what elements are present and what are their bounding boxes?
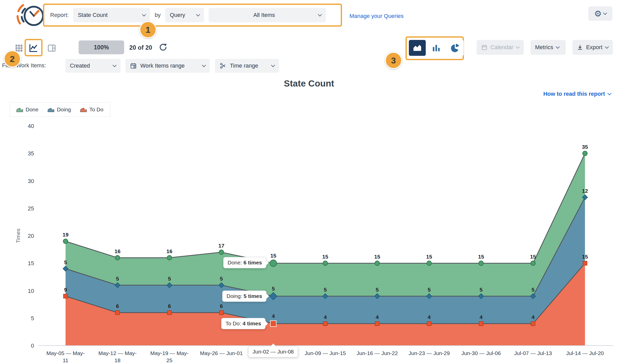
marker-to-do[interactable] [167, 311, 172, 315]
area-done [66, 153, 585, 296]
time-range-select[interactable]: Time range [215, 59, 279, 73]
report-label: Report: [50, 12, 69, 18]
legend-item-done[interactable]: Done [16, 106, 38, 113]
bar-chart-icon [431, 43, 441, 53]
chevron-down-icon [196, 13, 200, 17]
tooltip-doing: Doing: 5 times [222, 291, 267, 302]
pie-chart-toggle[interactable] [447, 40, 464, 56]
point-label-to-do: 4 [480, 314, 483, 320]
marker-done[interactable] [167, 255, 172, 260]
calendar-button[interactable]: Calendar [477, 40, 524, 55]
x-axis-label: Jun-16 — Jun-22 [353, 350, 401, 357]
manage-queries-link[interactable]: Manage your Queries [349, 13, 404, 19]
chevron-down-icon [113, 63, 117, 67]
marker-done[interactable] [375, 261, 379, 265]
app-root: Report: State Count by Query All Items 1… [0, 0, 618, 364]
metrics-button-label: Metrics [535, 44, 553, 51]
marker-done[interactable] [583, 151, 587, 156]
x-axis-label: May-26 — Jun-01 [197, 350, 246, 357]
marker-to-do[interactable] [115, 311, 120, 315]
scissors-icon [220, 62, 226, 69]
annotation-step-1-number: 1 [146, 25, 151, 35]
y-axis-title: Times [15, 229, 21, 243]
point-label-doing: 5 [272, 286, 275, 292]
export-button[interactable]: Export [572, 40, 613, 55]
legend-item-doing[interactable]: Doing [48, 106, 71, 113]
chart-legend: DoneDoingTo Do [9, 102, 110, 117]
download-icon [577, 44, 583, 50]
work-items-range-select[interactable]: Work Items range [125, 59, 210, 73]
chart-type-toggle [409, 40, 464, 56]
annotation-step-1: 1 [139, 21, 157, 38]
marker-to-do[interactable] [219, 311, 223, 315]
point-label-doing: 5 [220, 276, 223, 282]
legend-label: To Do [89, 106, 103, 113]
query-type-select[interactable]: Query [165, 8, 204, 22]
chevron-down-icon [142, 13, 146, 17]
how-to-read-label: How to read this report [543, 91, 605, 97]
area-chart-icon [412, 43, 422, 53]
marker-to-do[interactable] [323, 322, 327, 326]
annotation-step-2: 2 [4, 50, 21, 68]
items-scope-value: All Items [213, 12, 315, 18]
marker-to-do[interactable] [270, 321, 276, 327]
marker-to-do[interactable] [531, 322, 535, 326]
app-logo [13, 3, 47, 29]
export-button-label: Export [586, 44, 602, 51]
details-panel-icon [47, 44, 56, 53]
filter-created-value: Created [70, 62, 90, 69]
chevron-down-icon [202, 63, 206, 67]
marker-done[interactable] [479, 261, 483, 265]
marker-to-do[interactable] [479, 322, 483, 326]
chevron-down-icon [603, 11, 607, 15]
metrics-button[interactable]: Metrics [530, 40, 566, 55]
items-scope-select[interactable]: All Items [209, 8, 326, 22]
marker-done[interactable] [427, 261, 431, 265]
report-select[interactable]: State Count [73, 8, 150, 22]
chevron-down-icon [318, 13, 322, 17]
point-label-to-do: 9 [64, 287, 67, 293]
query-type-value: Query [170, 12, 185, 18]
x-axis-label: May-05 — May- 11 [41, 350, 90, 364]
legend-item-to-do[interactable]: To Do [80, 106, 103, 113]
marker-to-do[interactable] [375, 322, 379, 326]
marker-done[interactable] [531, 261, 535, 265]
y-tick-label: 0 [31, 342, 34, 349]
area-chart-toggle[interactable] [409, 40, 426, 56]
state-count-area-chart: 0510152025303540Times9666444444155555555… [0, 113, 618, 364]
chart-view-button[interactable] [27, 42, 40, 54]
details-view-button[interactable] [46, 42, 58, 54]
point-label-to-do: 4 [531, 314, 535, 320]
zoom-level-button[interactable]: 100% [79, 40, 124, 54]
refresh-icon [159, 43, 167, 52]
tooltip-date-range-value: Jun-02 — Jun-08 [252, 349, 294, 355]
x-axis-labels: May-05 — May- 11May-12 — May- 18May-19 —… [0, 350, 618, 364]
filter-created-select[interactable]: Created [65, 59, 121, 73]
marker-done[interactable] [323, 261, 328, 265]
point-label-doing: 5 [64, 259, 67, 265]
point-label-doing: 5 [324, 287, 327, 293]
calendar-icon [481, 44, 487, 51]
chevron-down-icon [271, 63, 275, 67]
how-to-read-link[interactable]: How to read this report [543, 91, 611, 97]
point-label-done: 15 [322, 254, 328, 260]
marker-done[interactable] [219, 250, 224, 254]
marker-to-do[interactable] [63, 294, 68, 298]
settings-button[interactable]: ⚙ [588, 6, 612, 21]
marker-to-do[interactable] [583, 261, 587, 265]
marker-done[interactable] [115, 255, 120, 260]
refresh-button[interactable] [159, 43, 167, 53]
legend-to-do-icon [80, 107, 87, 112]
line-done [66, 153, 585, 263]
legend-label: Done [26, 106, 38, 113]
marker-done[interactable] [270, 260, 277, 266]
point-label-to-do: 4 [272, 313, 275, 319]
annotation-step-2-number: 2 [10, 54, 15, 64]
bar-chart-toggle[interactable] [428, 40, 445, 56]
point-label-to-do: 4 [376, 314, 379, 320]
marker-to-do[interactable] [427, 322, 431, 326]
marker-done[interactable] [63, 239, 68, 243]
x-axis-label: Jun-30 — Jul-06 [457, 350, 505, 357]
x-axis-label: Jun-23 — Jun-29 [405, 350, 453, 357]
y-tick-label: 5 [31, 315, 34, 322]
